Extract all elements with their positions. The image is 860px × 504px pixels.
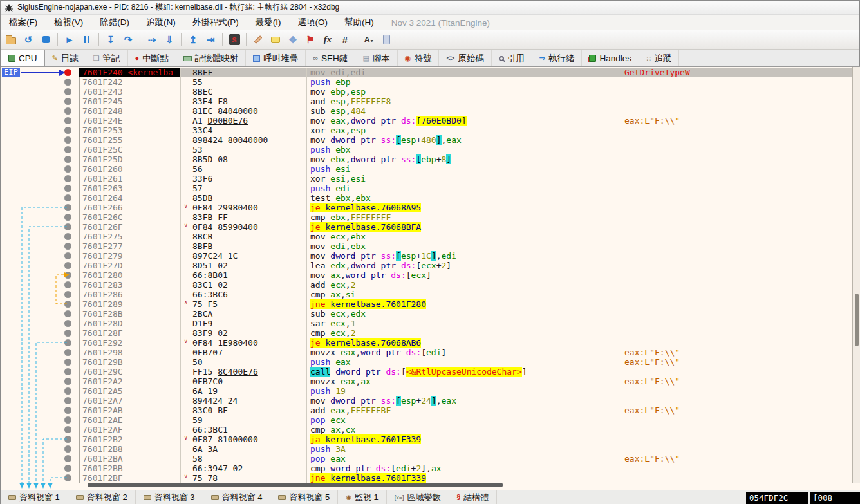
comments-icon[interactable] xyxy=(268,32,283,48)
row-dot[interactable] xyxy=(64,165,71,173)
disasm-row[interactable]: 7601F28666:3BC6cmp ax,si xyxy=(1,290,860,299)
disasm-row[interactable]: 7601F2980FB707movzx eax,word ptr ds:[edi… xyxy=(1,348,860,357)
disasm-row[interactable]: 7601F2438BECmov ebp,esp xyxy=(1,87,860,97)
disasm-row[interactable]: 7601F28B2BCAsub ecx,edx xyxy=(1,309,860,319)
restart-icon[interactable]: ↺ xyxy=(21,32,36,48)
tab-references[interactable]: 引用 xyxy=(492,50,532,66)
row-dot[interactable] xyxy=(64,310,71,317)
disasm-row[interactable]: 7601F24255push ebp xyxy=(1,77,860,87)
disasm-row[interactable]: 7601F24EA1 D00B0E76mov eax,dword ptr ds:… xyxy=(1,116,860,126)
disasm-row[interactable]: 7601F24583E4 F8and esp,FFFFFFF8 xyxy=(1,97,860,106)
disasm-row[interactable]: 7601F28F83F9 02cmp ecx,2 xyxy=(1,328,860,338)
row-dot[interactable] xyxy=(64,445,71,453)
disasm-row[interactable]: 7601F2BF∨75 78jne kernelbase.7601F339 xyxy=(1,473,860,483)
run-to-cursor-icon[interactable]: ⇢ xyxy=(144,32,160,48)
disasm-row[interactable]: 7601F25C53push ebx xyxy=(1,145,860,154)
breakpoint-dot[interactable] xyxy=(64,69,71,76)
row-dot[interactable] xyxy=(64,455,71,462)
tab-trace[interactable]: :: 追蹤 xyxy=(639,50,679,66)
disasm-row[interactable]: 7601F26F∨0F84 85990400je kernelbase.7606… xyxy=(1,222,860,232)
tab-notes[interactable]: ❏ 筆記 xyxy=(86,50,128,66)
tab-memory-map[interactable]: 記憶體映射 xyxy=(176,50,247,66)
disasm-row[interactable]: 7601F28DD1F9sar ecx,1 xyxy=(1,319,860,328)
row-dot[interactable] xyxy=(64,79,71,86)
vertical-scrollbar[interactable] xyxy=(852,67,860,483)
tab-symbols[interactable]: ◉ 符號 xyxy=(398,50,440,66)
tab-script[interactable]: ▤ 腳本 xyxy=(355,50,397,66)
disasm-row[interactable]: 7601F26133F6xor esi,esi xyxy=(1,174,860,183)
row-dot[interactable] xyxy=(64,320,71,327)
tab-dump-3[interactable]: 資料視窗 3 xyxy=(136,490,203,504)
disasm-row[interactable]: 7601F2AB83C0 BFadd eax,FFFFFFBFeax:L"F:\… xyxy=(1,406,860,415)
tab-call-stack[interactable]: 呼叫堆疊 xyxy=(246,50,306,66)
tab-seh-chain[interactable]: ∞ SEH鏈 xyxy=(306,50,355,66)
row-dot[interactable] xyxy=(64,349,71,356)
menu-file[interactable]: 檔案(F) xyxy=(1,15,46,30)
tab-dump-1[interactable]: 資料視窗 1 xyxy=(1,490,68,504)
disasm-row[interactable]: 7601F26357push edi xyxy=(1,183,860,193)
tab-dump-5[interactable]: 資料視窗 5 xyxy=(270,490,338,504)
execute-till-return-icon[interactable]: ⇓ xyxy=(162,32,177,48)
row-dot[interactable] xyxy=(64,301,71,308)
disasm-row[interactable]: 7601F28066:8B01mov ax,word ptr ds:[ecx] xyxy=(1,270,860,280)
row-dot[interactable] xyxy=(64,127,71,134)
row-dot[interactable] xyxy=(64,223,71,230)
run-until-user-code-icon[interactable]: ⇥ xyxy=(203,32,218,48)
labels-icon[interactable]: ❖ xyxy=(285,32,301,48)
vertical-scrollbar-thumb[interactable] xyxy=(855,294,859,346)
row-dot[interactable] xyxy=(64,426,71,433)
menu-plugins[interactable]: 外掛程式(P) xyxy=(184,15,247,30)
disasm-row[interactable]: 7601F26485DBtest ebx,ebx xyxy=(1,193,860,203)
disasm-row[interactable]: 7601F266∨0F84 29980400je kernelbase.7606… xyxy=(1,203,860,212)
disasm-row[interactable]: 7601F27D8D51 02lea edx,dword ptr ds:[ecx… xyxy=(1,261,860,270)
disasm-row[interactable]: 7601F2778BFBmov edi,ebx xyxy=(1,241,860,251)
disasm-row[interactable]: 7601F255898424 80040000mov dword ptr ss:… xyxy=(1,135,860,145)
row-dot[interactable] xyxy=(64,185,71,192)
step-out-icon[interactable]: ↥ xyxy=(185,32,201,48)
font-size-icon[interactable]: A₂ xyxy=(361,32,377,48)
disassembly-pane[interactable]: 7601F240 <kernelba8BFFmov edi,ediGetDriv… xyxy=(1,66,860,490)
pause-icon[interactable] xyxy=(79,32,95,48)
row-dot[interactable] xyxy=(64,117,71,124)
tab-source[interactable]: <> 原始碼 xyxy=(439,50,491,66)
scylla-plugin-icon[interactable]: S xyxy=(227,32,242,48)
row-dot[interactable] xyxy=(64,368,71,375)
disasm-row[interactable]: 7601F29CFF15 8C400E76call dword ptr ds:[… xyxy=(1,367,860,377)
row-dot[interactable] xyxy=(64,88,71,95)
row-dot[interactable] xyxy=(64,194,71,201)
tab-struct[interactable]: § 結構體 xyxy=(449,490,498,504)
tab-watch-1[interactable]: ◉ 監視 1 xyxy=(338,490,387,504)
tab-locals[interactable]: [x=] 區域變數 xyxy=(387,490,449,504)
row-dot[interactable] xyxy=(64,98,71,105)
tab-dump-2[interactable]: 資料視窗 2 xyxy=(68,490,136,504)
disasm-row[interactable]: 7601F2BA58pop eaxeax:L"F:\\" xyxy=(1,454,860,463)
disasm-row[interactable]: 7601F2B2∨0F87 81000000ja kernelbase.7601… xyxy=(1,434,860,444)
disasm-row[interactable]: 7601F28383C1 02add ecx,2 xyxy=(1,280,860,290)
menu-options[interactable]: 選項(O) xyxy=(290,15,337,30)
disasm-row[interactable]: 7601F292∨0F84 1E980400je kernelbase.7606… xyxy=(1,338,860,348)
row-dot[interactable] xyxy=(64,272,71,279)
row-dot[interactable] xyxy=(64,175,71,182)
disasm-row[interactable]: 7601F26056push esi xyxy=(1,164,860,174)
title-bar[interactable]: SiglusEngine-nojapan.exe - PID: 8216 - 模… xyxy=(1,1,859,15)
hash-icon[interactable]: # xyxy=(337,32,353,48)
row-dot[interactable] xyxy=(64,436,71,443)
disasm-row[interactable]: 7601F2B86A 3Apush 3A xyxy=(1,444,860,454)
row-dot[interactable] xyxy=(64,397,71,404)
tab-breakpoints[interactable]: ● 中斷點 xyxy=(128,50,176,66)
row-dot[interactable] xyxy=(64,281,71,288)
disasm-row[interactable]: 7601F2BB66:3947 02cmp word ptr ds:[edi+2… xyxy=(1,463,860,473)
row-dot[interactable] xyxy=(64,465,71,472)
step-over-icon[interactable]: ↷ xyxy=(120,32,136,48)
disasm-row[interactable]: 7601F2A7894424 24mov dword ptr ss:[esp+2… xyxy=(1,396,860,406)
row-dot[interactable] xyxy=(64,387,71,395)
row-dot[interactable] xyxy=(64,136,71,144)
row-dot[interactable] xyxy=(64,262,71,269)
disasm-row[interactable]: 7601F25333C4xor eax,esp xyxy=(1,126,860,135)
row-dot[interactable] xyxy=(64,330,71,337)
menu-help[interactable]: 幫助(H) xyxy=(336,15,382,30)
disasm-row[interactable]: 7601F2758BCBmov ecx,ebx xyxy=(1,232,860,241)
run-icon[interactable]: ► xyxy=(62,32,77,48)
row-dot[interactable] xyxy=(64,359,71,366)
disasm-row[interactable]: 7601F25D8B5D 08mov ebx,dword ptr ss:[ebp… xyxy=(1,154,860,164)
